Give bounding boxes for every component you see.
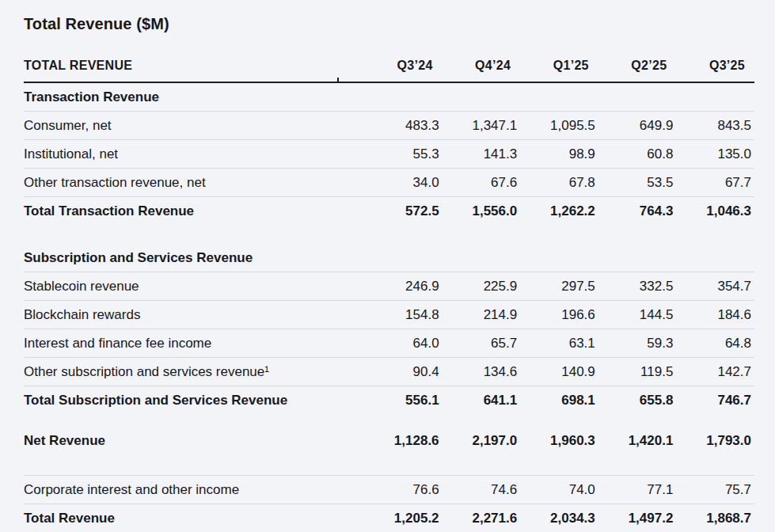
row-value: 75.7: [676, 476, 754, 504]
row-value: 2,034.3: [520, 504, 598, 532]
data-row: Other subscription and services revenue¹…: [24, 358, 754, 386]
row-value: 225.9: [443, 272, 521, 301]
section-row: Subscription and Services Revenue: [24, 244, 754, 272]
row-value: 483.3: [364, 112, 443, 140]
row-value: 55.3: [364, 140, 443, 169]
row-value: 332.5: [598, 272, 677, 301]
row-value: 1,960.3: [520, 427, 598, 454]
revenue-table-header: TOTAL REVENUE Q3’24 Q4’24 Q1’25 Q2’25 Q3…: [24, 52, 754, 82]
row-value: 1,262.2: [520, 197, 598, 226]
row-value: 134.6: [443, 358, 521, 386]
row-value: 74.0: [520, 476, 598, 504]
header-column-q4-24: Q4’24: [443, 52, 521, 82]
row-value: 140.9: [520, 358, 598, 386]
row-value: 698.1: [520, 386, 598, 415]
row-value: 98.9: [520, 140, 598, 169]
row-value: 74.6: [443, 476, 521, 504]
row-value: 90.4: [364, 358, 443, 386]
row-value: 64.0: [364, 329, 443, 358]
row-label: Interest and finance fee income: [24, 329, 364, 358]
row-value: 1,095.5: [520, 112, 598, 140]
header-column-q1-25: Q1’25: [520, 52, 598, 82]
row-value: [364, 82, 443, 112]
row-value: 63.1: [520, 329, 598, 358]
row-value: 2,271.6: [443, 504, 521, 532]
spacer-row: [24, 225, 754, 244]
financial-table-page: Total Revenue ($M) TOTAL REVENUE Q3’24 Q…: [0, 0, 775, 532]
page-title: Total Revenue ($M): [24, 13, 754, 35]
revenue-table-body: Transaction RevenueConsumer, net483.31,3…: [24, 82, 754, 532]
row-value: 196.6: [520, 301, 598, 329]
total-row: Total Transaction Revenue572.51,556.01,2…: [24, 197, 754, 226]
header-row: TOTAL REVENUE Q3’24 Q4’24 Q1’25 Q2’25 Q3…: [24, 52, 754, 82]
row-label: Total Subscription and Services Revenue: [24, 386, 364, 415]
row-value: [520, 244, 598, 272]
row-value: [443, 82, 521, 112]
row-value: 214.9: [443, 301, 521, 329]
row-label: Total Transaction Revenue: [24, 197, 364, 226]
row-value: [443, 244, 521, 272]
row-value: 2,197.0: [443, 427, 521, 454]
row-value: [598, 82, 677, 112]
row-label: Institutional, net: [24, 140, 364, 169]
row-value: [520, 82, 598, 112]
row-value: 64.8: [676, 329, 754, 358]
row-value: 1,128.6: [364, 427, 443, 454]
row-value: 1,347.1: [443, 112, 521, 140]
header-column-q3-24: Q3’24: [364, 52, 443, 82]
row-value: 297.5: [520, 272, 598, 301]
row-label: Total Revenue: [24, 504, 364, 532]
row-value: [676, 244, 754, 272]
row-label: Other subscription and services revenue¹: [24, 358, 364, 386]
row-value: 67.8: [520, 169, 598, 197]
spacer-row: [24, 454, 754, 476]
row-value: 67.6: [443, 169, 521, 197]
row-value: 246.9: [364, 272, 443, 301]
row-value: 1,556.0: [443, 197, 521, 226]
revenue-table: TOTAL REVENUE Q3’24 Q4’24 Q1’25 Q2’25 Q3…: [24, 52, 754, 532]
row-value: 60.8: [598, 140, 677, 169]
spacer-cell: [24, 414, 754, 427]
row-value: 1,497.2: [598, 504, 677, 532]
row-label: Transaction Revenue: [24, 82, 364, 112]
spacer-cell: [24, 454, 754, 476]
row-label: Subscription and Services Revenue: [24, 244, 364, 272]
row-value: 649.9: [598, 112, 677, 140]
row-value: 34.0: [364, 169, 443, 197]
data-row: Stablecoin revenue246.9225.9297.5332.535…: [24, 272, 754, 301]
data-row: Blockchain rewards154.8214.9196.6144.518…: [24, 301, 754, 329]
data-row: Other transaction revenue, net34.067.667…: [24, 169, 754, 197]
header-column-q2-25: Q2’25: [598, 52, 677, 82]
header-column-q3-25: Q3’25: [676, 52, 754, 82]
row-label: Stablecoin revenue: [24, 272, 364, 301]
row-label: Corporate interest and other income: [24, 476, 364, 504]
row-value: 641.1: [443, 386, 521, 415]
row-value: 141.3: [443, 140, 521, 169]
row-value: 1,205.2: [364, 504, 443, 532]
row-value: 59.3: [598, 329, 677, 358]
total-row: Net Revenue1,128.62,197.01,960.31,420.11…: [24, 427, 754, 454]
row-value: 135.0: [676, 140, 754, 169]
data-row: Corporate interest and other income76.67…: [24, 476, 754, 504]
data-row: Interest and finance fee income64.065.76…: [24, 329, 754, 358]
total-row: Total Revenue1,205.22,271.62,034.31,497.…: [24, 504, 754, 532]
row-value: 1,046.3: [676, 197, 754, 226]
row-value: 67.7: [676, 169, 754, 197]
row-value: 1,793.0: [676, 427, 754, 454]
row-label: Other transaction revenue, net: [24, 169, 364, 197]
row-value: [676, 82, 754, 112]
row-value: 184.6: [676, 301, 754, 329]
section-row: Transaction Revenue: [24, 82, 754, 112]
row-value: 764.3: [598, 197, 677, 226]
row-value: 572.5: [364, 197, 443, 226]
row-value: 119.5: [598, 358, 677, 386]
row-label: Blockchain rewards: [24, 301, 364, 329]
row-value: 556.1: [364, 386, 443, 415]
row-label: Net Revenue: [24, 427, 364, 454]
row-value: 843.5: [676, 112, 754, 140]
row-value: 1,420.1: [598, 427, 677, 454]
total-row: Total Subscription and Services Revenue5…: [24, 386, 754, 415]
row-value: 144.5: [598, 301, 677, 329]
row-value: 53.5: [598, 169, 677, 197]
data-row: Institutional, net55.3141.398.960.8135.0: [24, 140, 754, 169]
